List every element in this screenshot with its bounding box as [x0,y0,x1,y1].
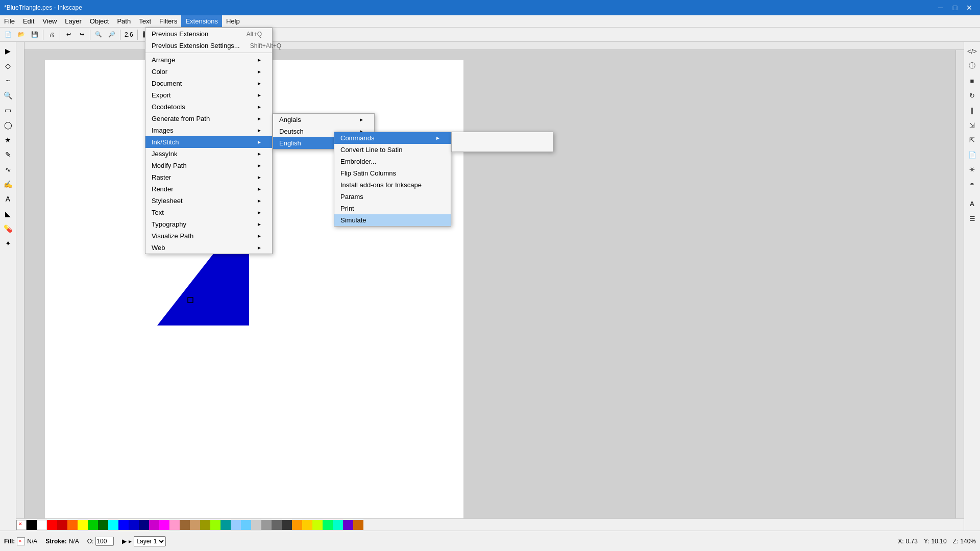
color-yellow[interactable] [78,520,88,530]
layer-select[interactable]: Layer 1 [134,536,166,546]
ext-visualize-path[interactable]: Visualize Path ► [145,230,272,242]
align-button[interactable]: ‖ [965,103,979,117]
minimize-button[interactable]: ─ [934,3,947,13]
color-ltblue[interactable] [231,520,241,530]
eng-commands[interactable]: Commands ► [334,132,451,144]
color-white[interactable] [37,520,47,530]
eng-install-addons[interactable]: Install add-ons for Inkscape [334,179,451,191]
menu-text[interactable]: Text [135,15,155,27]
ext-web[interactable]: Web ► [145,242,272,254]
color-extra7[interactable] [353,520,363,530]
redo-button[interactable]: ↪ [76,29,88,40]
vertical-scrollbar[interactable] [955,50,964,522]
color-none[interactable]: ✕ [16,520,27,530]
ext-export[interactable]: Export ► [145,89,272,101]
ext-inkstitch[interactable]: Ink/Stitch ► [145,136,272,148]
menu-help[interactable]: Help [222,15,244,27]
ext-raster[interactable]: Raster ► [145,171,272,183]
pencil-tool[interactable]: ✎ [1,147,15,162]
eng-print[interactable]: Print [334,203,451,214]
select-tool[interactable]: ▶ [1,44,15,58]
ext-document[interactable]: Document ► [145,78,272,89]
color-red1[interactable] [47,520,57,530]
color-extra6[interactable] [343,520,353,530]
transform-button[interactable]: ↻ [965,88,979,103]
ext-typography[interactable]: Typography ► [145,218,272,230]
color-red2[interactable] [57,520,67,530]
color-orange[interactable] [67,520,78,530]
star-tool[interactable]: ★ [1,133,15,147]
zoom-page-button[interactable]: 📄 [965,147,979,162]
color-green2[interactable] [98,520,108,530]
print-button[interactable]: 🖨 [45,29,58,40]
menu-path[interactable]: Path [113,15,135,27]
snap-button[interactable]: ⚹ [965,162,979,177]
eng-params[interactable]: Params [334,191,451,203]
menu-layer[interactable]: Layer [61,15,86,27]
fill-stroke-button[interactable]: ■ [965,73,979,88]
ext-gcodetools[interactable]: Gcodetools ► [145,101,272,113]
zoom-tool[interactable]: 🔍 [1,88,15,103]
eng-flip-satin-columns[interactable]: Flip Satin Columns [334,167,451,179]
color-magenta[interactable] [159,520,169,530]
color-extra1[interactable] [292,520,302,530]
zoom-fit-button[interactable]: ⇲ [965,118,979,132]
undo-button[interactable]: ↩ [62,29,75,40]
color-extra4[interactable] [323,520,333,530]
color-sky[interactable] [241,520,251,530]
color-pink[interactable] [169,520,180,530]
opacity-input[interactable] [95,537,114,546]
color-purple[interactable] [149,520,159,530]
menu-extensions[interactable]: Extensions [181,15,222,27]
rt-layers-button[interactable]: ☰ [965,211,979,226]
ext-stylesheet[interactable]: Stylesheet ► [145,195,272,207]
color-gray3[interactable] [272,520,282,530]
color-navy[interactable] [139,520,149,530]
maximize-button[interactable]: □ [948,3,962,13]
ext-color[interactable]: Color ► [145,66,272,78]
color-blue1[interactable] [118,520,129,530]
ext-generate-from-path[interactable]: Generate from Path ► [145,113,272,124]
color-teal[interactable] [220,520,231,530]
color-olive[interactable] [200,520,210,530]
ext-prev-settings[interactable]: Previous Extension Settings... Shift+Alt… [145,40,272,52]
color-cyan[interactable] [108,520,118,530]
open-button[interactable]: 📂 [15,29,28,40]
zoom-out-button[interactable]: 🔎 [106,29,118,40]
xml-editor-button[interactable]: </> [965,44,979,58]
node-snap-button[interactable]: ⚭ [965,177,979,191]
color-lime[interactable] [210,520,220,530]
color-gray2[interactable] [261,520,272,530]
calligraphy-tool[interactable]: ✍ [1,177,15,191]
menu-filters[interactable]: Filters [155,15,181,27]
color-extra3[interactable] [312,520,323,530]
color-extra2[interactable] [302,520,312,530]
bezier-tool[interactable]: ∿ [1,162,15,177]
ext-images[interactable]: Images ► [145,124,272,136]
color-black[interactable] [27,520,37,530]
text-tool[interactable]: A [1,192,15,206]
close-button[interactable]: ✕ [963,3,976,13]
object-properties-button[interactable]: ⓘ [965,59,979,73]
lang-anglais[interactable]: Anglais ► [273,114,374,126]
dropper-tool[interactable]: 💊 [1,221,15,236]
eng-convert-line-to-satin[interactable]: Convert Line to Satin [334,144,451,156]
ellipse-tool[interactable]: ◯ [1,118,15,132]
node-tool[interactable]: ◇ [1,59,15,73]
new-button[interactable]: 📄 [2,29,14,40]
ext-text[interactable]: Text ► [145,207,272,218]
menu-file[interactable]: File [0,15,19,27]
rect-tool[interactable]: ▭ [1,103,15,117]
color-green1[interactable] [88,520,98,530]
save-button[interactable]: 💾 [29,29,41,40]
color-blue2[interactable] [129,520,139,530]
eng-simulate[interactable]: Simulate [334,214,451,226]
color-gray1[interactable] [251,520,261,530]
ext-modify-path[interactable]: Modify Path ► [145,160,272,171]
zoom-drawing-button[interactable]: ⇱ [965,133,979,147]
zoom-in-button[interactable]: 🔍 [92,29,105,40]
menu-view[interactable]: View [38,15,61,27]
spray-tool[interactable]: ✦ [1,236,15,251]
color-brown[interactable] [180,520,190,530]
color-extra5[interactable] [333,520,343,530]
